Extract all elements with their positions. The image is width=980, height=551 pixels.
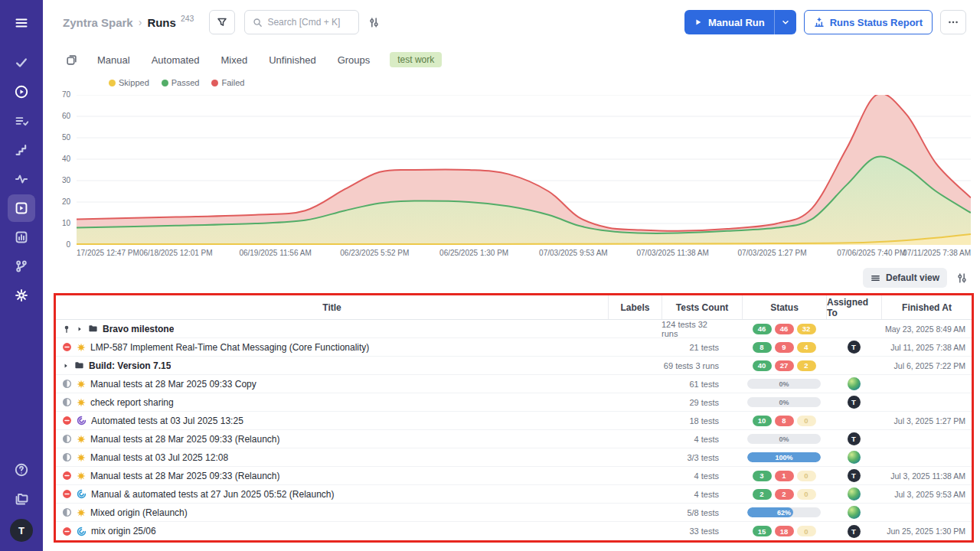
status-badges: 220	[753, 489, 816, 500]
tests-count-cell: 21 tests	[662, 338, 742, 356]
table-row[interactable]: Manual tests at 28 Mar 2025 09:33 (Relau…	[56, 467, 972, 485]
status-badge-red: 46	[775, 324, 794, 334]
run-title[interactable]: Build: Version 7.15	[89, 360, 171, 371]
folders-icon[interactable]	[8, 485, 35, 513]
play-circle-icon[interactable]	[8, 78, 35, 106]
pin-icon	[62, 324, 71, 334]
run-title[interactable]: Manual tests at 28 Mar 2025 09:33 Copy	[90, 379, 256, 390]
column-header-status[interactable]: Status	[742, 295, 826, 319]
tab-unfinished[interactable]: Unfinished	[269, 54, 315, 66]
breadcrumb-project[interactable]: Zyntra Spark	[63, 16, 133, 29]
status-in-progress-icon	[62, 507, 72, 517]
chevron-down-icon	[781, 18, 790, 27]
run-title[interactable]: Mixed origin (Relaunch)	[90, 507, 188, 518]
table-header: TitleLabelsTests CountStatusAssigned ToF…	[56, 295, 972, 320]
table-row[interactable]: Manual tests at 28 Mar 2025 09:33 Copy61…	[56, 375, 972, 393]
activity-icon[interactable]	[8, 165, 35, 193]
title-cell: Manual & automated tests at 27 Jun 2025 …	[56, 485, 608, 503]
table-settings-icon[interactable]	[956, 272, 968, 284]
search-settings-icon[interactable]	[368, 17, 380, 28]
steps-icon[interactable]	[8, 136, 35, 164]
table-row[interactable]: Build: Version 7.1569 tests 3 runs40272J…	[56, 357, 972, 375]
run-title[interactable]: mix origin 25/06	[91, 526, 156, 536]
menu-icon[interactable]	[8, 9, 35, 37]
table-row[interactable]: Automated tests at 03 Jul 2025 13:2518 t…	[56, 412, 972, 430]
search-input[interactable]: Search [Cmd + K]	[244, 10, 359, 34]
run-title[interactable]: Manual tests at 03 Jul 2025 12:08	[90, 452, 228, 463]
column-header-title[interactable]: Title	[56, 295, 608, 319]
default-view-button[interactable]: Default view	[863, 268, 947, 288]
legend-label: Skipped	[119, 78, 149, 87]
expand-chevron-icon[interactable]	[76, 325, 83, 333]
table-row[interactable]: Manual tests at 03 Jul 2025 12:083/3 tes…	[56, 448, 972, 467]
labels-cell	[608, 412, 662, 429]
expand-chevron-icon[interactable]	[62, 362, 70, 370]
tab-automated[interactable]: Automated	[152, 54, 200, 66]
filter-tag[interactable]: test work	[390, 52, 442, 67]
labels-cell	[608, 393, 662, 411]
run-title[interactable]: Automated tests at 03 Jul 2025 13:25	[91, 416, 243, 426]
tab-groups[interactable]: Groups	[338, 54, 371, 66]
assignee-avatar[interactable]	[848, 377, 861, 390]
check-icon[interactable]	[8, 49, 35, 77]
sidebar-bottom-nav	[8, 455, 35, 514]
assignee-avatar[interactable]	[848, 451, 861, 464]
assignee-avatar[interactable]: T	[848, 396, 861, 409]
assignee-avatar[interactable]	[848, 506, 861, 519]
more-options-button[interactable]	[940, 10, 966, 34]
labels-cell	[608, 357, 662, 374]
y-tick-label: 0	[66, 240, 70, 249]
manual-run-dropdown[interactable]	[774, 10, 796, 34]
run-title[interactable]: Manual tests at 28 Mar 2025 09:33 (Relau…	[90, 434, 279, 445]
table-row[interactable]: Manual & automated tests at 27 Jun 2025 …	[56, 485, 972, 504]
assignee-avatar[interactable]	[848, 487, 861, 500]
help-icon[interactable]	[8, 456, 35, 484]
progress-bar: 100%	[747, 452, 821, 462]
table-row[interactable]: LMP-587 Implement Real-Time Chat Messagi…	[56, 338, 972, 357]
assignee-avatar[interactable]: T	[848, 525, 861, 538]
column-header-finished[interactable]: Finished At	[881, 295, 972, 319]
status-badge-red: 1	[775, 471, 794, 481]
table-row[interactable]: check report sharing29 tests0%T	[56, 393, 972, 412]
table-row[interactable]: Mixed origin (Relaunch)5/8 tests62%	[56, 504, 972, 522]
assignee-avatar[interactable]: T	[848, 432, 861, 445]
labels-cell	[608, 375, 662, 393]
run-title[interactable]: LMP-587 Implement Real-Time Chat Messagi…	[90, 342, 369, 353]
run-title[interactable]: Bravo milestone	[103, 324, 174, 334]
runs-list-icon[interactable]	[66, 54, 77, 66]
git-branch-icon[interactable]	[8, 253, 35, 280]
run-title[interactable]: check report sharing	[90, 397, 174, 408]
title-cell: Manual tests at 28 Mar 2025 09:33 Copy	[56, 375, 608, 393]
table-row[interactable]: Manual tests at 28 Mar 2025 09:33 (Relau…	[56, 430, 972, 448]
finished-at-cell: May 23, 2025 8:49 AM	[881, 320, 972, 337]
title-cell: check report sharing	[56, 393, 608, 411]
table-row[interactable]: mix origin 25/0633 tests15180TJun 25, 20…	[56, 522, 972, 540]
run-title[interactable]: Manual tests at 28 Mar 2025 09:33 (Relau…	[90, 471, 279, 481]
sidebar-nav	[8, 8, 35, 311]
manual-run-button[interactable]: Manual Run	[684, 10, 796, 34]
user-avatar[interactable]: T	[10, 519, 33, 542]
column-header-assigned[interactable]: Assigned To	[826, 295, 881, 319]
status-cell: 100%	[742, 448, 826, 466]
tests-count-cell: 61 tests	[662, 375, 742, 393]
tab-mixed[interactable]: Mixed	[221, 54, 248, 66]
y-tick-label: 40	[62, 155, 70, 163]
status-failed-icon	[62, 471, 72, 481]
run-box-icon[interactable]	[8, 194, 35, 222]
status-in-progress-icon	[62, 434, 72, 444]
tab-manual[interactable]: Manual	[97, 54, 130, 66]
column-header-tests[interactable]: Tests Count	[662, 295, 742, 319]
table-row[interactable]: Bravo milestone124 tests 32 runs464632Ma…	[56, 320, 972, 338]
assignee-avatar[interactable]: T	[848, 341, 861, 354]
assigned-cell	[826, 485, 881, 503]
run-title[interactable]: Manual & automated tests at 27 Jun 2025 …	[91, 489, 335, 500]
filter-button[interactable]	[209, 10, 235, 34]
ellipsis-icon	[947, 16, 959, 28]
gear-icon[interactable]	[8, 282, 35, 309]
list-check-icon[interactable]	[8, 107, 35, 135]
bar-chart-icon[interactable]	[8, 223, 35, 251]
runs-status-report-button[interactable]: Runs Status Report	[804, 10, 933, 34]
column-header-labels[interactable]: Labels	[608, 295, 662, 319]
assignee-avatar[interactable]: T	[848, 469, 861, 482]
tests-count-cell: 33 tests	[662, 522, 742, 540]
